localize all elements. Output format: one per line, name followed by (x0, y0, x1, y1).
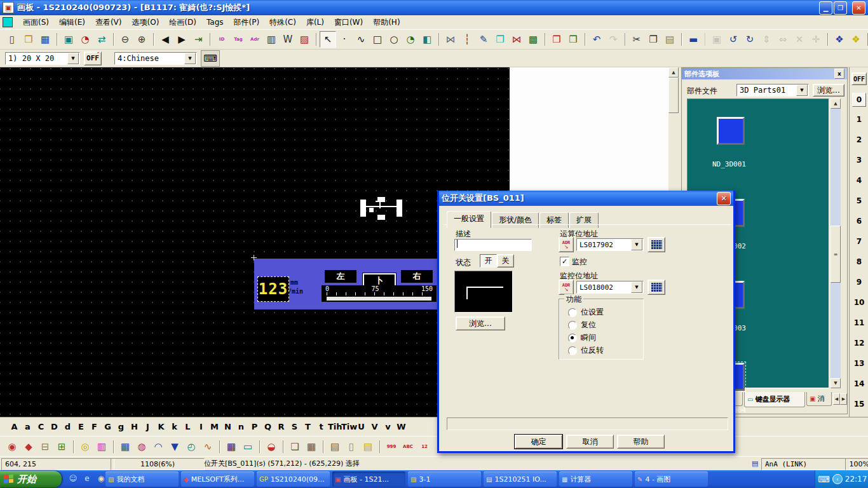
text-style-button[interactable]: P (248, 422, 261, 431)
shape-browse-button[interactable]: 浏览... (456, 316, 505, 330)
tank-graph-part-icon[interactable]: ▼ (166, 438, 183, 455)
data-table-part-icon[interactable]: ▦ (303, 438, 320, 455)
cut-icon[interactable]: ✂ (628, 31, 645, 48)
exit-screen-icon[interactable]: ⇥ (190, 31, 207, 48)
function-radio[interactable]: 位反转 (568, 345, 604, 356)
minimize-button[interactable]: ▁ (819, 1, 832, 15)
state-number[interactable]: 1 (852, 109, 866, 130)
input-method-icon[interactable]: ⌨ (201, 50, 220, 67)
part-thumbnail[interactable] (717, 117, 745, 145)
text-style-button[interactable]: Tiw (341, 422, 355, 431)
adr-list-icon[interactable]: Adr (247, 31, 263, 48)
dot-tool-icon[interactable]: · (336, 31, 353, 48)
copy-icon[interactable]: ❐ (645, 31, 661, 48)
spray-tool-icon[interactable]: ┆ (459, 31, 475, 48)
cancel-button[interactable]: 取消 (566, 435, 614, 449)
fill-tool-icon[interactable]: ◧ (419, 31, 435, 48)
radio-icon[interactable] (568, 346, 577, 355)
state-off-button[interactable]: 关 (497, 254, 514, 268)
state-on-button[interactable]: 开 (480, 254, 497, 268)
palette-close-icon[interactable]: x (834, 69, 844, 79)
dialog-titlebar[interactable]: 位开关设置[BS_011] ✕ (439, 191, 733, 206)
strip-off-button[interactable]: OFF (851, 72, 867, 85)
right-button-object[interactable]: 右 (401, 270, 433, 283)
text-style-button[interactable]: R (275, 422, 288, 431)
rectangle-tool-icon[interactable]: □ (369, 31, 386, 48)
menu-item[interactable]: 查看(V) (90, 17, 127, 28)
state-number[interactable]: 15 (852, 394, 866, 414)
flip-horizontal-icon[interactable]: ⇔ (775, 31, 791, 48)
state-number[interactable]: 8 (852, 252, 866, 272)
part-file-combo[interactable]: 3D Parts01 ▼ (736, 84, 809, 97)
menu-item[interactable]: 库(L) (301, 17, 329, 28)
meter-part-icon[interactable]: ◴ (183, 438, 200, 455)
undo-icon[interactable]: ↶ (588, 31, 605, 48)
message-display-part-icon[interactable]: ▭ (240, 438, 256, 455)
text-style-button[interactable]: D (48, 422, 61, 431)
text-style-button[interactable]: U (355, 422, 368, 431)
text-style-button[interactable]: g (114, 422, 128, 431)
text-style-button[interactable]: I (194, 422, 208, 431)
menu-item[interactable]: 特殊(C) (264, 17, 301, 28)
menu-item[interactable]: 绘画(D) (164, 17, 201, 28)
buzzer-part-icon[interactable]: ◒ (263, 438, 280, 455)
menu-item[interactable]: 选项(O) (127, 17, 165, 28)
zoom-out-icon[interactable]: ⊖ (117, 31, 133, 48)
paste-icon[interactable]: ▤ (661, 31, 678, 48)
parts-list-vscrollbar[interactable]: ▲ ≡ ▼ (831, 98, 841, 388)
task-button[interactable]: ▣画板 - 1S21... (332, 471, 405, 487)
image-tool-icon[interactable]: ▩ (525, 31, 541, 48)
select-pointer-icon[interactable]: ↖ (320, 31, 336, 48)
text-style-button[interactable]: K (154, 422, 168, 431)
part-library2-icon[interactable]: ❒ (565, 31, 581, 48)
child-window-icon[interactable] (3, 17, 13, 27)
function-radio[interactable]: 瞬间 (568, 332, 596, 343)
ungroup-icon[interactable]: ▣ (709, 31, 725, 48)
numeric-display-object[interactable]: 123 (257, 276, 289, 302)
selection-handle[interactable] (377, 215, 385, 220)
description-input[interactable] (454, 239, 532, 251)
scroll-up-icon[interactable]: ▲ (668, 67, 679, 78)
state-number[interactable]: 12 (852, 333, 866, 353)
redo-icon[interactable]: ↷ (605, 31, 621, 48)
text-style-button[interactable]: H (128, 422, 141, 431)
radio-icon[interactable] (568, 334, 577, 342)
text-style-button[interactable]: N (221, 422, 234, 431)
menu-item[interactable]: 帮助(H) (368, 17, 405, 28)
text-style-button[interactable]: L (181, 422, 194, 431)
save-icon[interactable]: ▦ (37, 31, 53, 48)
transfer-icon[interactable]: ⇄ (93, 31, 110, 48)
radio-icon[interactable] (568, 308, 577, 317)
text-style-button[interactable]: C (34, 422, 48, 431)
trend-graph-part-icon[interactable]: ∿ (200, 438, 216, 455)
scroll-thumb[interactable]: ≡ (831, 226, 841, 283)
new-file-icon[interactable]: ▯ (4, 31, 20, 48)
switch-part-icon[interactable]: ◉ (4, 438, 20, 455)
clock-setup-icon[interactable]: ◔ (77, 31, 93, 48)
state-off-toggle-button[interactable]: OFF″ (84, 51, 102, 65)
part-library-icon[interactable]: ❒ (548, 31, 565, 48)
date-display-part-icon[interactable]: 12 (416, 438, 433, 455)
help-button[interactable]: 帮助 (617, 435, 665, 449)
next-screen-icon[interactable]: ▶ (173, 31, 190, 48)
scroll-thumb[interactable] (668, 78, 679, 113)
text-style-button[interactable]: M (208, 422, 221, 431)
menu-item[interactable]: 窗口(W) (329, 17, 368, 28)
state-number[interactable]: 4 (852, 170, 866, 191)
left-button-object[interactable]: 左 (325, 270, 356, 283)
hmi-panel-object[interactable]: 123 mm /min 左 卜 右 075150 (254, 258, 437, 309)
state-number[interactable]: 3 (852, 150, 866, 170)
numeric-display-part-icon[interactable]: 999 (383, 438, 400, 455)
drawing-canvas[interactable] (0, 67, 510, 417)
graph-parts-icon[interactable]: ▨ (296, 31, 313, 48)
text-style-button[interactable]: v (381, 422, 395, 431)
chevron-down-icon[interactable]: ▼ (184, 53, 196, 64)
start-button[interactable]: 开始 (0, 471, 62, 487)
selected-bit-switch-object[interactable] (360, 197, 402, 220)
scroll-up-icon[interactable]: ▲ (831, 98, 841, 109)
arc-tool-icon[interactable]: ◔ (402, 31, 419, 48)
text-style-button[interactable]: S (288, 422, 301, 431)
flip-vertical-icon[interactable]: ⇕ (758, 31, 775, 48)
text-style-button[interactable]: W (395, 422, 408, 431)
messenger-icon[interactable]: ☺ (67, 473, 79, 484)
